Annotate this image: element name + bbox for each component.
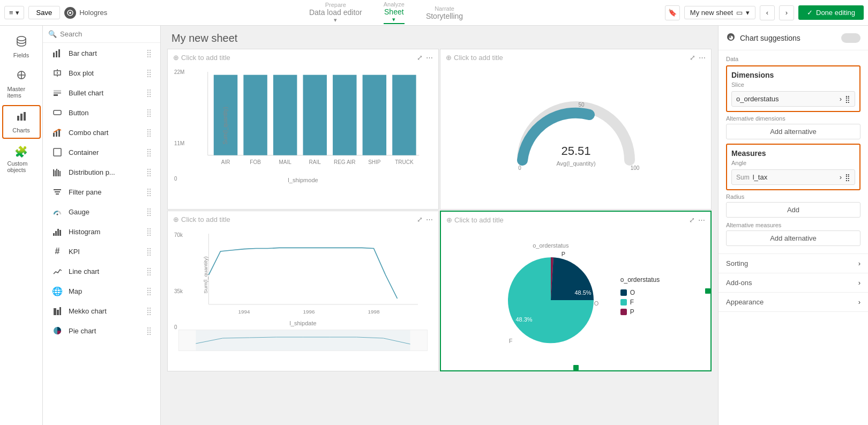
chart-item-gauge[interactable]: Gauge ⣿ [45,202,158,221]
search-input[interactable] [60,30,155,38]
chart-item-container[interactable]: Container ⣿ [45,143,158,162]
charts-icon [16,110,27,125]
addons-section[interactable]: Add-ons › [719,273,868,293]
custom-objects-label: Custom objects [8,160,35,173]
sidebar-item-master-items[interactable]: Master items [2,65,41,103]
expand-icon[interactable]: ⤢ [689,216,695,224]
svg-rect-10 [56,51,57,57]
legend-f: F [620,299,660,306]
map-icon: 🌐 [51,285,63,297]
combo-label: Combo chart [69,129,108,137]
prev-button[interactable]: ‹ [760,5,775,20]
drag-icon: ⣿ [146,188,152,196]
svg-text:48.3%: 48.3% [515,316,532,323]
pie-top-label: o_orderstatus [492,242,610,249]
chart-suggestions-toggle[interactable] [841,33,860,43]
nav-narrate[interactable]: Narrate Storytelling [426,5,463,20]
line-y-min: 0 [174,324,177,330]
bar-x-label: l_shipmode [178,177,428,183]
sidebar-item-custom-objects[interactable]: 🧩 Custom objects [2,141,41,177]
chart-item-box-plot[interactable]: Box plot ⣿ [45,63,158,83]
sheet-selector[interactable]: My new sheet ▭ ▾ [684,6,755,19]
chart-item-line[interactable]: Line chart ⣿ [45,262,158,281]
brush-selector[interactable] [178,330,428,351]
svg-text:1998: 1998 [368,309,380,315]
appearance-section[interactable]: Appearance › [719,293,868,312]
narrate-label: Storytelling [426,12,463,20]
sorting-section[interactable]: Sorting › [719,254,868,273]
more-icon[interactable]: ⋯ [698,216,705,224]
sidebar-item-charts[interactable]: Charts [2,105,41,139]
drag-icon: ⣿ [146,49,152,57]
line-add-title[interactable]: ⊕ Click to add title [173,215,230,223]
chart-item-pie[interactable]: Pie chart ⣿ [45,321,158,340]
next-button[interactable]: › [779,5,794,20]
narrate-top: Narrate [435,5,454,12]
addons-label: Add-ons [726,279,752,287]
nav-analyze[interactable]: Analyze Sheet ▾ [384,1,405,24]
bar-chart-card[interactable]: ⊕ Click to add title ⤢ ⋯ 22M 11M 0 [167,49,439,210]
expand-icon[interactable]: ⤢ [417,54,423,62]
measure-expand[interactable]: › [840,173,842,181]
add-alt-measure-button[interactable]: Add alternative [726,230,860,246]
chart-item-combo[interactable]: Combo chart ⣿ [45,123,158,142]
svg-rect-6 [17,116,19,121]
svg-rect-20 [53,133,55,137]
chart-item-filter[interactable]: Filter pane ⣿ [45,182,158,202]
chart-item-bar[interactable]: Bar chart ⣿ [45,43,158,63]
measure-value[interactable]: Sum l_tax › ⣿ [731,169,855,185]
chart-item-histogram[interactable]: Histogram ⣿ [45,222,158,241]
done-editing-button[interactable]: ✓ Done editing [798,5,864,20]
more-icon[interactable]: ⋯ [426,54,433,62]
drag-icon: ⣿ [146,267,152,275]
svg-text:50: 50 [578,102,585,108]
charts-panel: 🔍 Bar chart ⣿ Box plot ⣿ Bullet chart ⣿ [43,26,161,425]
expand-icon[interactable]: ⤢ [690,54,695,62]
dimension-drag: ⣿ [845,95,850,103]
line-y-mid: 35k [174,288,183,294]
add-alt-dimension-button[interactable]: Add alternative [726,124,860,139]
svg-point-1 [69,12,71,14]
pie-add-title[interactable]: ⊕ Click to add title [446,216,504,224]
svg-rect-34 [55,231,57,236]
dimension-value[interactable]: o_orderstatus › ⣿ [731,91,855,107]
bar-chart-add-title[interactable]: ⊕ Click to add title [173,54,230,62]
drag-icon: ⣿ [146,247,152,256]
gauge-add-title[interactable]: ⊕ Click to add title [446,54,503,62]
add-radius-button[interactable]: Add [726,202,860,218]
nav-prepare[interactable]: Prepare Data load editor ▾ [309,2,362,24]
svg-rect-24 [53,169,54,176]
gauge-chart-card[interactable]: ⊕ Click to add title ⤢ ⋯ 25.51 Avg(l_qua… [440,49,712,210]
resize-handle-right[interactable] [705,288,710,294]
svg-text:1996: 1996 [303,309,315,315]
histogram-label: Histogram [69,228,100,236]
sidebar-item-fields[interactable]: Fields [2,31,41,63]
svg-text:RAIL: RAIL [309,159,321,165]
box-plot-icon [51,67,63,79]
svg-rect-69 [196,330,410,351]
gauge-svg: 25.51 Avg(l_quantity) 0 100 50 [512,91,640,176]
chart-item-bullet[interactable]: Bullet chart ⣿ [45,83,158,102]
more-icon[interactable]: ⋯ [426,215,433,223]
hamburger-menu[interactable]: ≡ ▾ [4,6,24,19]
svg-text:Sum(l_quantity): Sum(l_quantity) [203,256,208,293]
chart-item-map[interactable]: 🌐 Map ⣿ [45,281,158,301]
pie-chart-card[interactable]: ⊕ Click to add title ⤢ ⋯ o_orderstatus P [440,211,712,371]
legend-f-label: F [630,299,634,306]
save-button[interactable]: Save [28,6,61,19]
chart-item-mekko[interactable]: Mekko chart ⣿ [45,301,158,320]
line-chart-card[interactable]: ⊕ Click to add title ⤢ ⋯ 70k 35k 0 [167,211,439,371]
resize-handle-bottom[interactable] [573,365,579,370]
svg-text:O: O [594,300,599,307]
legend-f-dot [620,299,627,305]
kpi-icon: # [51,245,63,257]
more-icon[interactable]: ⋯ [699,54,706,62]
bar-chart-visual: 22M 11M 0 AIR FOB [168,64,438,203]
chart-item-kpi[interactable]: # KPI ⣿ [45,242,158,261]
dimension-expand[interactable]: › [840,95,842,103]
bookmark-icon[interactable]: 🔖 [665,5,680,20]
drag-icon: ⣿ [146,307,152,315]
chart-item-button[interactable]: Button ⣿ [45,103,158,122]
expand-icon[interactable]: ⤢ [417,215,423,223]
chart-item-distribution[interactable]: Distribution p... ⣿ [45,162,158,182]
